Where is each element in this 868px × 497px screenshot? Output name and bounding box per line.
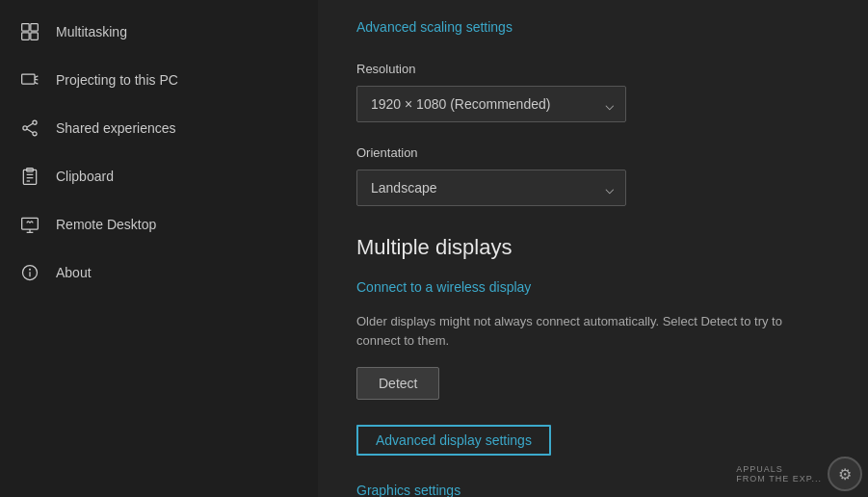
svg-point-8 [33,120,37,124]
sidebar-item-label: Multitasking [56,24,127,39]
svg-point-9 [23,126,27,130]
sidebar: Multitasking Projecting to this PC Share… [0,0,318,497]
svg-point-27 [30,269,31,270]
detect-button[interactable]: Detect [356,367,439,400]
sidebar-item-label: Remote Desktop [56,217,156,232]
sidebar-item-label: About [56,265,92,280]
resolution-select[interactable]: 1920 × 1080 (Recommended) [356,86,626,122]
svg-rect-2 [22,33,30,40]
watermark: APPUALSFROM THE EXP... ⚙ [736,457,862,491]
sidebar-item-multitasking[interactable]: Multitasking [0,8,318,56]
multiple-displays-title: Multiple displays [356,235,829,260]
orientation-dropdown-container: Landscape ⌵ [356,170,626,206]
shared-icon [19,118,40,139]
svg-rect-3 [31,33,39,40]
sidebar-item-label: Projecting to this PC [56,72,178,88]
projecting-icon [19,69,40,91]
svg-rect-1 [31,24,39,32]
svg-rect-4 [22,74,35,84]
orientation-section: Orientation Landscape ⌵ [356,145,829,206]
about-icon [19,262,40,283]
remote-desktop-icon [19,214,40,235]
wireless-display-link[interactable]: Connect to a wireless display [356,279,829,295]
sidebar-item-shared[interactable]: Shared experiences [0,104,318,152]
svg-point-10 [33,132,37,136]
svg-line-7 [35,79,38,80]
sidebar-item-remote-desktop[interactable]: Remote Desktop [0,200,318,248]
advanced-display-settings-link[interactable]: Advanced display settings [356,425,551,456]
svg-rect-18 [22,218,39,229]
advanced-scaling-link[interactable]: Advanced scaling settings [356,19,829,35]
sidebar-item-about[interactable]: About [0,248,318,297]
watermark-text: APPUALSFROM THE EXP... [736,464,822,484]
svg-line-24 [32,222,34,223]
clipboard-icon [19,166,40,187]
resolution-label: Resolution [356,62,829,76]
svg-line-11 [27,123,33,127]
svg-rect-0 [22,24,30,32]
orientation-label: Orientation [356,145,829,160]
orientation-select[interactable]: Landscape [356,170,626,206]
sidebar-item-clipboard[interactable]: Clipboard [0,152,318,200]
svg-line-12 [27,129,33,133]
main-content: Advanced scaling settings Resolution 192… [318,0,868,497]
resolution-section: Resolution 1920 × 1080 (Recommended) ⌵ [356,62,829,122]
sidebar-item-projecting[interactable]: Projecting to this PC [0,56,318,104]
watermark-logo: ⚙ [828,457,862,491]
helper-text: Older displays might not always connect … [356,312,790,350]
sidebar-item-label: Shared experiences [56,120,176,136]
multitasking-icon [19,21,40,42]
resolution-dropdown-container: 1920 × 1080 (Recommended) ⌵ [356,86,626,122]
sidebar-item-label: Clipboard [56,169,114,184]
